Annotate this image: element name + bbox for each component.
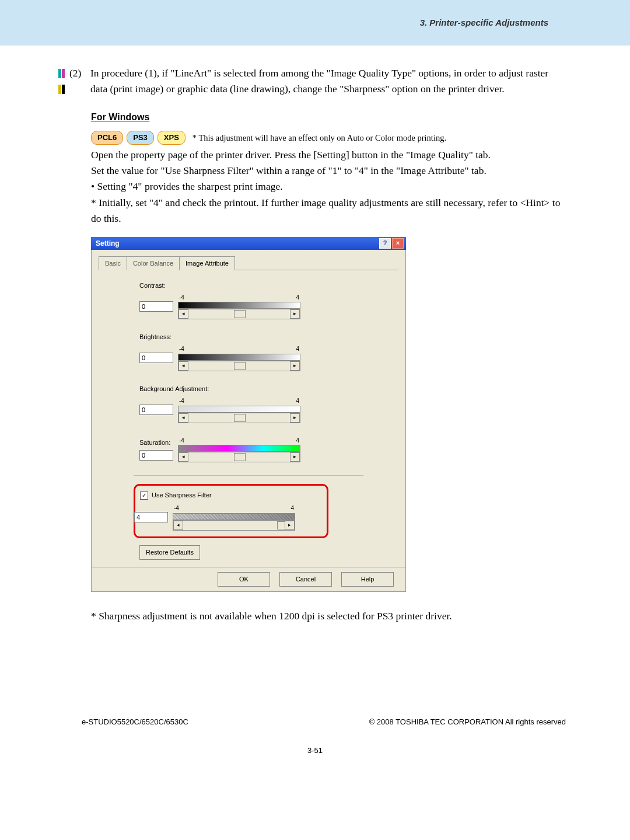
arrow-left-icon[interactable]: ◂ — [178, 361, 188, 371]
saturation-max: 4 — [296, 436, 299, 445]
saturation-field: Saturation: -4 4 ◂ ▸ — [139, 436, 398, 463]
dialog-button-row: OK Cancel Help — [91, 567, 406, 592]
brightness-min: -4 — [179, 344, 184, 354]
pill-pcl6: PCL6 — [91, 131, 123, 145]
dialog-tabs: Basic Color Balance Image Attribute — [99, 256, 398, 270]
tab-color-balance[interactable]: Color Balance — [127, 256, 180, 270]
sharpness-min: -4 — [174, 504, 179, 513]
brightness-input[interactable] — [139, 353, 173, 363]
after-note: * Sharpness adjustment is not available … — [91, 608, 566, 624]
brightness-label: Brightness: — [139, 332, 398, 342]
cmyk-marker-icon — [58, 67, 66, 99]
sharpness-input[interactable] — [134, 512, 168, 522]
windows-line1: Open the property page of the printer dr… — [91, 147, 566, 163]
step-paragraph: In procedure (1), if "LineArt" is select… — [90, 65, 566, 97]
footer-copyright: © 2008 TOSHIBA TEC CORPORATION All right… — [369, 717, 566, 726]
slider-thumb[interactable] — [234, 453, 246, 461]
arrow-right-icon[interactable]: ▸ — [290, 309, 300, 319]
pill-note: * This adjustment will have an effect on… — [192, 131, 446, 144]
sharpness-slider[interactable]: ◂ ▸ — [173, 520, 295, 531]
contrast-gradient — [178, 302, 300, 309]
close-icon[interactable]: × — [392, 238, 404, 249]
brightness-field: Brightness: -4 4 ◂ ▸ — [139, 332, 398, 371]
background-field: Background Adjustment: -4 4 ◂ ▸ — [139, 384, 398, 423]
step-number: (2) — [69, 65, 90, 81]
arrow-left-icon[interactable]: ◂ — [178, 309, 188, 319]
sharpness-highlight: ✓ Use Sharpness Filter -4 4 ◂ — [134, 484, 328, 538]
tab-image-attribute[interactable]: Image Attribute — [179, 256, 235, 270]
arrow-right-icon[interactable]: ▸ — [290, 361, 300, 371]
saturation-label: Saturation: — [139, 438, 173, 448]
saturation-min: -4 — [179, 436, 184, 445]
ok-button[interactable]: OK — [218, 572, 270, 587]
sharpness-checkbox[interactable]: ✓ — [140, 492, 148, 500]
windows-bullet: • Setting "4" provides the sharpest prin… — [91, 179, 566, 194]
dialog-title: Setting — [96, 238, 120, 249]
dialog-titlebar[interactable]: Setting ? × — [91, 237, 406, 250]
for-windows-heading: For Windows — [91, 110, 566, 125]
contrast-slider[interactable]: ◂ ▸ — [178, 309, 300, 319]
contrast-max: 4 — [296, 293, 299, 302]
arrow-right-icon[interactable]: ▸ — [285, 521, 295, 530]
sharpness-max: 4 — [290, 504, 294, 513]
saturation-slider[interactable]: ◂ ▸ — [178, 452, 300, 462]
slider-thumb[interactable] — [234, 310, 246, 318]
contrast-field: Contrast: -4 4 ◂ ▸ — [139, 281, 398, 320]
saturation-input[interactable] — [139, 450, 173, 461]
background-max: 4 — [296, 396, 299, 406]
footer-page: 3-51 — [0, 746, 630, 755]
background-slider[interactable]: ◂ ▸ — [178, 413, 300, 423]
arrow-right-icon[interactable]: ▸ — [290, 413, 300, 423]
tab-basic[interactable]: Basic — [99, 256, 127, 270]
arrow-left-icon[interactable]: ◂ — [173, 521, 183, 530]
background-label: Background Adjustment: — [139, 384, 398, 394]
driver-pill-row: PCL6 PS3 XPS * This adjustment will have… — [91, 131, 566, 145]
slider-thumb[interactable] — [234, 414, 246, 422]
sharpness-gradient — [173, 513, 295, 520]
cancel-button[interactable]: Cancel — [279, 572, 332, 587]
brightness-slider[interactable]: ◂ ▸ — [178, 361, 300, 371]
pill-ps3: PS3 — [127, 131, 154, 145]
sharpness-check-label: Use Sharpness Filter — [152, 490, 212, 500]
restore-defaults-button[interactable]: Restore Defaults — [139, 545, 200, 560]
help-icon[interactable]: ? — [379, 238, 391, 249]
arrow-right-icon[interactable]: ▸ — [290, 452, 300, 462]
brightness-max: 4 — [296, 344, 299, 354]
brightness-gradient — [178, 354, 300, 361]
contrast-label: Contrast: — [139, 281, 398, 291]
arrow-left-icon[interactable]: ◂ — [178, 452, 188, 462]
background-input[interactable] — [139, 405, 173, 415]
windows-line2: Set the value for "Use Sharpness Filter"… — [91, 163, 566, 179]
footer-model: e-STUDIO5520C/6520C/6530C — [82, 717, 188, 726]
windows-hint: * Initially, set "4" and check the print… — [91, 195, 566, 226]
background-gradient — [178, 406, 300, 413]
arrow-left-icon[interactable]: ◂ — [178, 413, 188, 423]
contrast-input[interactable] — [139, 301, 173, 312]
setting-dialog: Setting ? × Basic Color Balance Image At… — [91, 237, 406, 592]
contrast-min: -4 — [179, 293, 184, 302]
slider-thumb[interactable] — [234, 362, 246, 370]
help-button[interactable]: Help — [341, 572, 394, 587]
header-section-title: 3. Printer-specific Adjustments — [420, 18, 548, 27]
pill-xps: XPS — [158, 131, 186, 145]
separator — [134, 475, 363, 476]
saturation-gradient — [178, 445, 300, 452]
background-min: -4 — [179, 396, 184, 406]
